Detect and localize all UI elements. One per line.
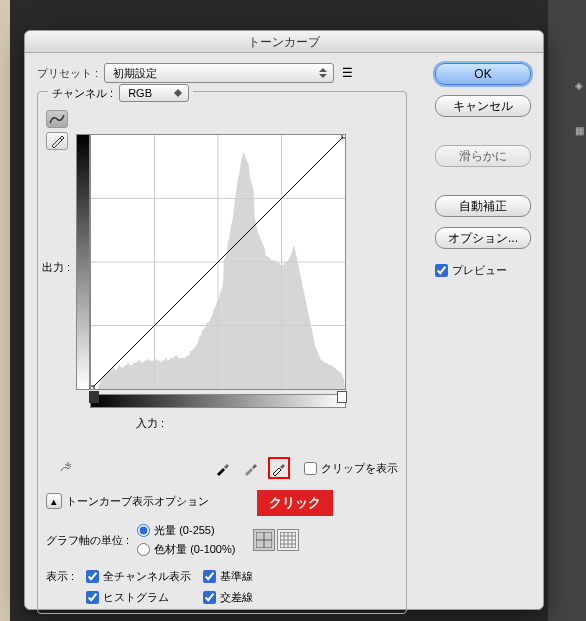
options-button[interactable]: オプション... [435, 227, 531, 249]
black-eyedropper-icon[interactable] [212, 457, 234, 479]
intersection-checkbox[interactable] [203, 591, 216, 604]
preset-label: プリセット : [37, 66, 98, 81]
click-callout: クリック [257, 490, 333, 516]
ok-button[interactable]: OK [435, 63, 531, 85]
clip-label: クリップを表示 [321, 461, 398, 476]
axis-light-label: 光量 (0-255) [154, 523, 215, 538]
axis-pigment-label: 色材量 (0-100%) [154, 542, 235, 557]
bg-icon: ◈ [575, 80, 584, 91]
white-point-slider[interactable] [337, 391, 347, 403]
baseline-label: 基準線 [220, 569, 253, 584]
intersection-label: 交差線 [220, 590, 253, 605]
clip-checkbox[interactable] [304, 462, 317, 475]
output-gradient [76, 134, 90, 390]
grid-coarse-icon[interactable] [253, 529, 275, 551]
black-point-slider[interactable] [89, 391, 99, 403]
histogram-checkbox[interactable] [86, 591, 99, 604]
input-gradient [90, 394, 346, 408]
preview-checkbox[interactable] [435, 264, 448, 277]
collapse-toggle-icon[interactable]: ▴ [46, 493, 62, 509]
axis-light-radio[interactable] [137, 524, 150, 537]
all-channels-label: 全チャンネル表示 [103, 569, 191, 584]
preview-label: プレビュー [452, 263, 507, 278]
axis-label: グラフ軸の単位 : [46, 533, 129, 548]
curve-graph[interactable] [90, 134, 346, 390]
curve-tool-icon[interactable] [46, 110, 68, 128]
pencil-tool-icon[interactable] [46, 132, 68, 150]
show-label: 表示 : [46, 569, 74, 584]
baseline-checkbox[interactable] [203, 570, 216, 583]
axis-pigment-radio[interactable] [137, 543, 150, 556]
channel-value: RGB [128, 87, 152, 99]
white-eyedropper-icon[interactable] [268, 457, 290, 479]
target-adjust-icon[interactable] [56, 457, 80, 479]
svg-rect-8 [342, 135, 345, 138]
input-label: 入力 : [136, 416, 164, 431]
smooth-button[interactable]: 滑らかに [435, 145, 531, 167]
display-options-label: トーンカーブ表示オプション [66, 494, 209, 509]
dialog-title: トーンカーブ [25, 31, 543, 53]
preset-menu-icon[interactable]: ☰ [342, 66, 353, 80]
svg-rect-7 [91, 386, 94, 389]
curves-dialog: トーンカーブ プリセット : 初期設定 ☰ チャンネル : RGB [24, 30, 544, 610]
gray-eyedropper-icon[interactable] [240, 457, 262, 479]
cancel-button[interactable]: キャンセル [435, 95, 531, 117]
output-label: 出力 : [42, 260, 70, 275]
auto-button[interactable]: 自動補正 [435, 195, 531, 217]
preset-value: 初期設定 [113, 66, 157, 81]
grid-fine-icon[interactable] [277, 529, 299, 551]
channel-select[interactable]: RGB [119, 84, 189, 102]
preset-select[interactable]: 初期設定 [104, 63, 334, 83]
channel-fieldset: チャンネル : RGB 出力 : [37, 91, 407, 614]
channel-label: チャンネル : [52, 86, 113, 101]
all-channels-checkbox[interactable] [86, 570, 99, 583]
bg-icon: ▦ [575, 125, 584, 136]
histogram-label: ヒストグラム [103, 590, 169, 605]
